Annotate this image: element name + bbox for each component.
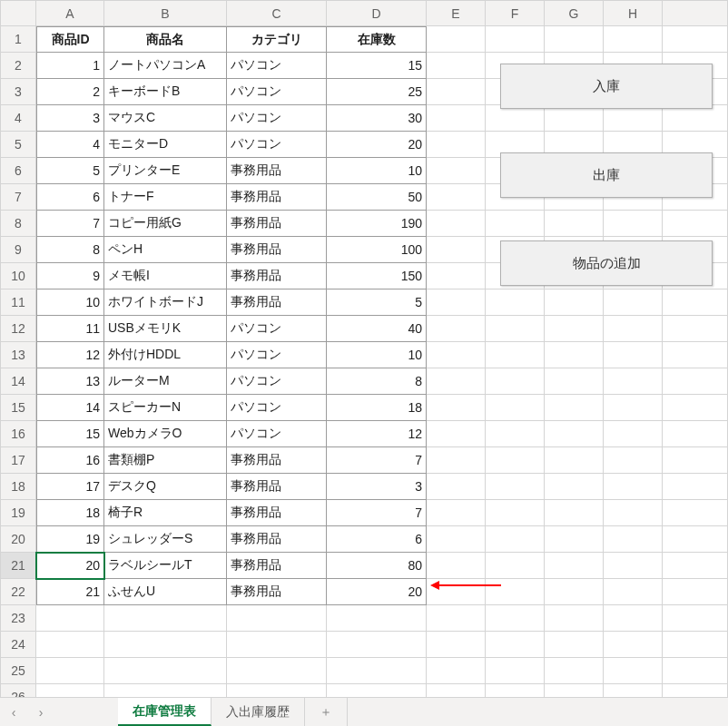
row-header[interactable]: 9 <box>0 237 36 263</box>
cell-id[interactable]: 21 <box>36 579 104 605</box>
cell-empty[interactable] <box>486 447 545 474</box>
cell-empty[interactable] <box>427 342 486 368</box>
cell-category[interactable]: パソコン <box>227 316 327 342</box>
row-header[interactable]: 22 <box>0 579 36 605</box>
cell-empty[interactable] <box>604 26 663 53</box>
cell-empty[interactable] <box>486 632 545 658</box>
cell-empty[interactable] <box>427 447 486 474</box>
col-header-C[interactable]: C <box>227 0 327 26</box>
cell-id[interactable]: 16 <box>36 447 104 474</box>
cell-empty[interactable] <box>663 579 728 605</box>
row-header[interactable]: 12 <box>0 316 36 342</box>
cell-id[interactable]: 17 <box>36 474 104 500</box>
cell-stock[interactable]: 150 <box>327 263 427 289</box>
cell-stock[interactable]: 15 <box>327 53 427 79</box>
cell-category[interactable]: 事務用品 <box>227 158 327 184</box>
cell-id[interactable]: 14 <box>36 395 104 421</box>
cell-empty[interactable] <box>545 316 604 342</box>
cell-empty[interactable] <box>604 421 663 447</box>
cell-empty[interactable] <box>227 658 327 684</box>
cell-category[interactable]: パソコン <box>227 79 327 105</box>
cell-name[interactable]: 椅子R <box>104 500 227 526</box>
row-header[interactable]: 4 <box>0 105 36 132</box>
cell-empty[interactable] <box>663 421 728 447</box>
cell-empty[interactable] <box>604 211 663 237</box>
row-header[interactable]: 1 <box>0 26 36 53</box>
cell-stock[interactable]: 100 <box>327 237 427 263</box>
cell-empty[interactable] <box>486 421 545 447</box>
cell-empty[interactable] <box>486 368 545 395</box>
cell-empty[interactable] <box>545 105 604 132</box>
cell-empty[interactable] <box>486 605 545 632</box>
cell-empty[interactable] <box>427 289 486 316</box>
row-header[interactable]: 8 <box>0 211 36 237</box>
cell-empty[interactable] <box>604 474 663 500</box>
cell-empty[interactable] <box>545 26 604 53</box>
cell-category[interactable]: 事務用品 <box>227 526 327 553</box>
cell-empty[interactable] <box>427 211 486 237</box>
select-all-corner[interactable] <box>0 0 36 26</box>
cell-name[interactable]: ふせんU <box>104 579 227 605</box>
cell-name[interactable]: コピー用紙G <box>104 211 227 237</box>
cell-stock[interactable]: 12 <box>327 421 427 447</box>
cell-name[interactable]: スピーカーN <box>104 395 227 421</box>
cell-empty[interactable] <box>604 500 663 526</box>
cell-empty[interactable] <box>427 184 486 211</box>
cell-stock[interactable]: 8 <box>327 368 427 395</box>
cell-id[interactable]: 2 <box>36 79 104 105</box>
cell-empty[interactable] <box>427 263 486 289</box>
row-header[interactable]: 17 <box>0 447 36 474</box>
cell-empty[interactable] <box>663 395 728 421</box>
cell-id[interactable]: 20 <box>36 553 104 579</box>
cell-empty[interactable] <box>545 474 604 500</box>
cell-name[interactable]: ペンH <box>104 237 227 263</box>
cell-empty[interactable] <box>604 368 663 395</box>
cell-empty[interactable] <box>545 579 604 605</box>
cell-category[interactable]: 事務用品 <box>227 447 327 474</box>
cell-empty[interactable] <box>486 500 545 526</box>
row-header[interactable]: 14 <box>0 368 36 395</box>
cell-id[interactable]: 8 <box>36 237 104 263</box>
cell-empty[interactable] <box>545 368 604 395</box>
cell-id[interactable]: 5 <box>36 158 104 184</box>
cell-stock[interactable]: 20 <box>327 579 427 605</box>
cell-empty[interactable] <box>604 658 663 684</box>
stock-out-button[interactable]: 出庫 <box>500 152 713 198</box>
cell-empty[interactable] <box>36 658 104 684</box>
col-header-H[interactable]: H <box>604 0 663 26</box>
cell-empty[interactable] <box>486 526 545 553</box>
tab-nav-prev[interactable]: ‹ <box>0 698 27 726</box>
cell-empty[interactable] <box>104 605 227 632</box>
cell-id[interactable]: 6 <box>36 184 104 211</box>
row-header[interactable]: 10 <box>0 263 36 289</box>
cell-id[interactable]: 1 <box>36 53 104 79</box>
cell-empty[interactable] <box>427 105 486 132</box>
cell-empty[interactable] <box>486 579 545 605</box>
cell-name[interactable]: トナーF <box>104 184 227 211</box>
cell-empty[interactable] <box>663 605 728 632</box>
cell-empty[interactable] <box>427 421 486 447</box>
add-item-button[interactable]: 物品の追加 <box>500 240 713 286</box>
cell-empty[interactable] <box>663 26 728 53</box>
cell-empty[interactable] <box>427 53 486 79</box>
cell-category[interactable]: 事務用品 <box>227 474 327 500</box>
cell-empty[interactable] <box>545 289 604 316</box>
cell-empty[interactable] <box>227 632 327 658</box>
cell-empty[interactable] <box>663 526 728 553</box>
cell-empty[interactable] <box>604 316 663 342</box>
cell-stock[interactable]: 18 <box>327 395 427 421</box>
cell-category[interactable]: 事務用品 <box>227 579 327 605</box>
row-header[interactable]: 3 <box>0 79 36 105</box>
cell-name[interactable]: 外付けHDDL <box>104 342 227 368</box>
cell-empty[interactable] <box>104 632 227 658</box>
cell-empty[interactable] <box>327 605 427 632</box>
cell-empty[interactable] <box>486 553 545 579</box>
cell-id[interactable]: 10 <box>36 289 104 316</box>
cell-empty[interactable] <box>545 421 604 447</box>
cell-id[interactable]: 18 <box>36 500 104 526</box>
cell-empty[interactable] <box>427 132 486 158</box>
cell-id[interactable]: 7 <box>36 211 104 237</box>
cell-empty[interactable] <box>104 658 227 684</box>
cell-empty[interactable] <box>663 553 728 579</box>
cell-empty[interactable] <box>545 553 604 579</box>
